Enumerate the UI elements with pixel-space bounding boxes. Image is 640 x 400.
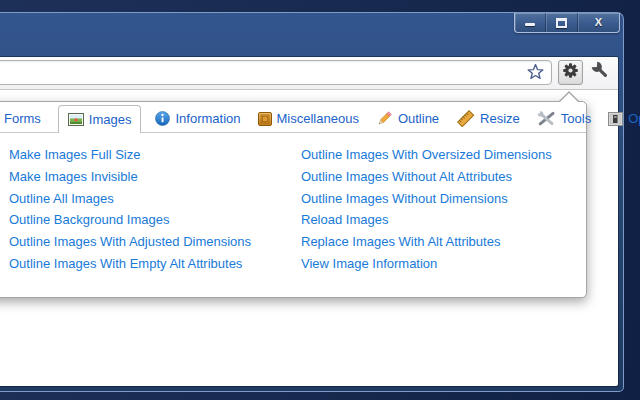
menu-column-right: Outline Images With Oversized Dimensions… bbox=[301, 144, 586, 275]
web-developer-popup: Forms Images bbox=[0, 101, 587, 298]
menu-item[interactable]: Outline Images Without Alt Attributes bbox=[301, 166, 586, 188]
tab-label: Tools bbox=[561, 111, 591, 126]
window-controls: X bbox=[514, 13, 620, 33]
wrench-icon bbox=[591, 61, 610, 84]
tab-label: Information bbox=[175, 111, 240, 126]
menu-item[interactable]: Outline All Images bbox=[9, 188, 301, 210]
tab-miscellaneous[interactable]: Miscellaneous bbox=[258, 111, 359, 126]
tab-forms[interactable]: Forms bbox=[4, 111, 41, 126]
tab-label: Resize bbox=[480, 111, 520, 126]
tab-label: Outline bbox=[398, 111, 439, 126]
menu-item[interactable]: View Image Information bbox=[301, 253, 586, 275]
tab-label: Forms bbox=[4, 111, 41, 126]
gear-icon bbox=[562, 62, 579, 83]
menu-item[interactable]: Make Images Invisible bbox=[9, 166, 301, 188]
close-button[interactable]: X bbox=[578, 13, 619, 32]
tab-options[interactable]: Options bbox=[608, 111, 640, 126]
tab-label: Miscellaneous bbox=[277, 111, 359, 126]
close-icon: X bbox=[595, 17, 602, 28]
tab-images[interactable]: Images bbox=[58, 105, 142, 133]
miscellaneous-icon bbox=[258, 112, 272, 126]
menu-item[interactable]: Outline Background Images bbox=[9, 209, 301, 231]
star-icon bbox=[527, 63, 544, 84]
browser-menu-button[interactable] bbox=[588, 60, 612, 85]
tab-resize[interactable]: Resize bbox=[456, 110, 520, 127]
tab-label: Images bbox=[89, 112, 132, 127]
images-icon bbox=[68, 113, 84, 126]
menu-item[interactable]: Make Images Full Size bbox=[9, 144, 301, 166]
tab-outline[interactable]: Outline bbox=[376, 110, 439, 127]
tools-icon bbox=[537, 111, 556, 126]
tab-information[interactable]: Information bbox=[155, 111, 240, 126]
tab-tools[interactable]: Tools bbox=[537, 111, 591, 126]
maximize-button[interactable] bbox=[546, 13, 577, 32]
minimize-icon bbox=[525, 23, 535, 26]
address-bar-input[interactable] bbox=[0, 60, 552, 85]
menu-item[interactable]: Outline Images Without Dimensions bbox=[301, 188, 586, 210]
menu-column-left: Make Images Full Size Make Images Invisi… bbox=[9, 144, 301, 275]
menu-item[interactable]: Reload Images bbox=[301, 209, 586, 231]
popup-arrow-fill bbox=[560, 93, 578, 102]
pencil-icon bbox=[376, 110, 393, 127]
information-icon bbox=[155, 111, 170, 126]
maximize-icon bbox=[556, 18, 567, 28]
popup-menu: Make Images Full Size Make Images Invisi… bbox=[0, 133, 586, 275]
menu-item[interactable]: Outline Images With Adjusted Dimensions bbox=[9, 231, 301, 253]
bookmark-star-button[interactable] bbox=[524, 61, 546, 85]
menu-item[interactable]: Outline Images With Oversized Dimensions bbox=[301, 144, 586, 166]
popup-tab-bar: Forms Images bbox=[0, 102, 586, 133]
web-developer-extension-button[interactable] bbox=[558, 60, 583, 85]
browser-toolbar bbox=[0, 57, 618, 90]
menu-item[interactable]: Outline Images With Empty Alt Attributes bbox=[9, 253, 301, 275]
tab-label: Options bbox=[628, 111, 640, 126]
minimize-button[interactable] bbox=[515, 13, 546, 32]
menu-item[interactable]: Replace Images With Alt Attributes bbox=[301, 231, 586, 253]
screen: X bbox=[0, 0, 640, 400]
options-icon bbox=[608, 112, 623, 126]
ruler-icon bbox=[456, 110, 475, 127]
